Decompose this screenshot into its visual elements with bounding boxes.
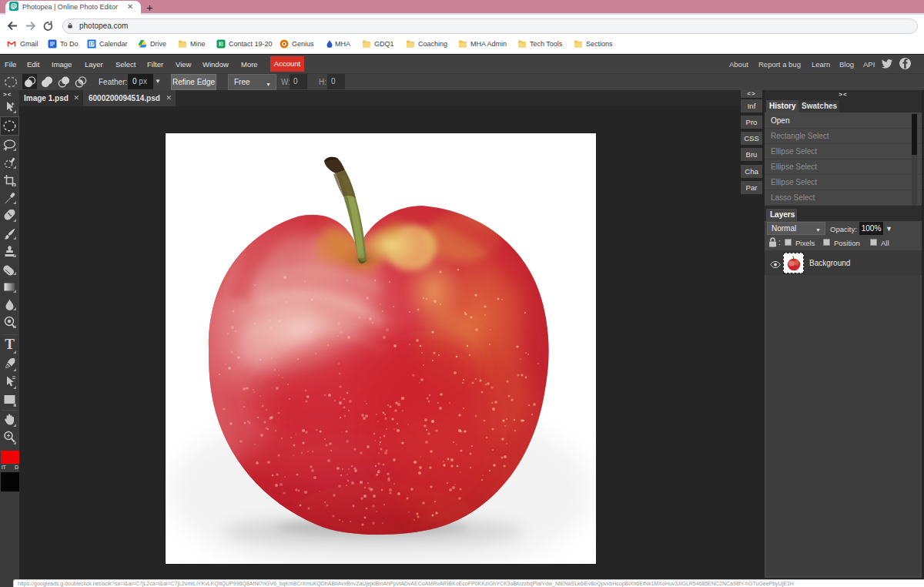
svg-text:17: 17 xyxy=(89,42,95,46)
